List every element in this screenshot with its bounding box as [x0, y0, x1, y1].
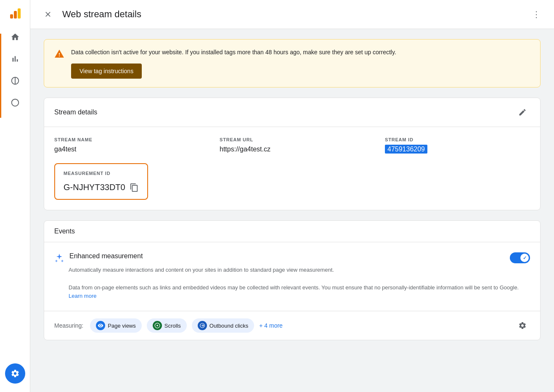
stream-id-label: STREAM ID — [385, 137, 530, 142]
events-card: Events — [44, 220, 541, 340]
enhanced-measurement-toggle[interactable]: ✓ — [510, 252, 530, 263]
stream-url-label: STREAM URL — [220, 137, 365, 142]
stream-name-field: STREAM NAME ga4test — [54, 137, 199, 153]
learn-more-link[interactable]: Learn more — [69, 293, 96, 299]
chip-scrolls: Scrolls — [147, 318, 187, 333]
enhanced-measurement-desc: Automatically measure interactions and c… — [69, 266, 530, 301]
stream-details-row-top: STREAM NAME ga4test STREAM URL https://g… — [54, 137, 530, 153]
events-card-body: Enhanced measurement ✓ — [44, 242, 540, 340]
chip-outbound-clicks: Outbound clicks — [192, 318, 254, 333]
page-views-chip-icon — [96, 321, 105, 330]
stream-url-field: STREAM URL https://ga4test.cz — [220, 137, 365, 153]
stream-url-value: https://ga4test.cz — [220, 146, 365, 153]
sidebar-item-admin[interactable] — [5, 363, 25, 384]
stream-details-grid: STREAM NAME ga4test STREAM URL https://g… — [44, 127, 540, 210]
warning-content: Data collection isn't active for your we… — [71, 48, 530, 79]
outbound-clicks-chip-icon — [198, 321, 207, 330]
sidebar-bottom — [5, 363, 25, 385]
page-views-chip-label: Page views — [108, 323, 135, 329]
sidebar-logo — [5, 3, 25, 24]
view-tag-button[interactable]: View tag instructions — [71, 64, 142, 79]
measuring-settings-button[interactable] — [515, 318, 530, 333]
warning-text: Data collection isn't active for your we… — [71, 48, 530, 57]
copy-measurement-id-button[interactable] — [130, 183, 139, 192]
scrolls-chip-label: Scrolls — [164, 323, 181, 329]
scrolls-chip-icon — [153, 321, 162, 330]
modal-more-button[interactable]: ⋮ — [529, 7, 544, 22]
measurement-id-value-row: G-NJHYT33DT0 — [64, 183, 139, 192]
modal-overlay: Web stream details ⋮ Data collection isn… — [30, 0, 554, 392]
chip-page-views: Page views — [90, 318, 141, 333]
enhanced-measurement-title: Enhanced measurement — [69, 252, 510, 260]
svg-rect-2 — [18, 8, 21, 19]
modal-title: Web stream details — [62, 9, 529, 20]
measurement-id-label: MEASUREMENT ID — [64, 171, 139, 176]
stream-details-card-header: Stream details — [44, 98, 540, 127]
stream-name-value: ga4test — [54, 146, 199, 153]
svg-point-4 — [156, 325, 158, 326]
warning-banner: Data collection isn't active for your we… — [44, 39, 541, 87]
stream-details-row-bottom: MEASUREMENT ID G-NJHYT33DT0 — [54, 163, 530, 200]
sidebar-item-home[interactable] — [5, 27, 25, 47]
svg-rect-1 — [14, 11, 17, 19]
sidebar — [0, 0, 30, 392]
events-title: Events — [54, 228, 75, 235]
modal-close-button[interactable] — [40, 7, 56, 22]
modal-body: Data collection isn't active for your we… — [30, 29, 554, 392]
stream-id-value: 4759136209 — [385, 145, 427, 154]
stream-details-card: Stream details STREAM NAME ga4test — [44, 98, 541, 210]
outbound-clicks-chip-label: Outbound clicks — [209, 323, 249, 329]
stream-details-title: Stream details — [54, 109, 97, 116]
modal-header: Web stream details ⋮ — [30, 0, 554, 29]
stream-name-label: STREAM NAME — [54, 137, 199, 142]
main-content: Web stream details ⋮ Data collection isn… — [30, 0, 554, 392]
enhanced-measurement-row: Enhanced measurement ✓ — [44, 242, 540, 311]
measuring-label: Measuring: — [54, 322, 83, 329]
stream-details-edit-button[interactable] — [515, 105, 530, 120]
enhanced-measurement-icon — [54, 253, 64, 266]
more-measuring-button[interactable]: + 4 more — [259, 322, 283, 329]
measuring-row: Measuring: Page views — [44, 311, 540, 340]
measurement-id-text: G-NJHYT33DT0 — [64, 183, 125, 192]
svg-rect-0 — [10, 14, 13, 19]
stream-id-field: STREAM ID 4759136209 — [385, 137, 530, 153]
sidebar-item-reports[interactable] — [5, 49, 25, 69]
sidebar-item-explore[interactable] — [5, 71, 25, 91]
measurement-id-box: MEASUREMENT ID G-NJHYT33DT0 — [54, 163, 148, 200]
events-card-header: Events — [44, 221, 540, 242]
warning-icon — [54, 49, 64, 61]
sidebar-item-advertising[interactable] — [5, 93, 25, 113]
